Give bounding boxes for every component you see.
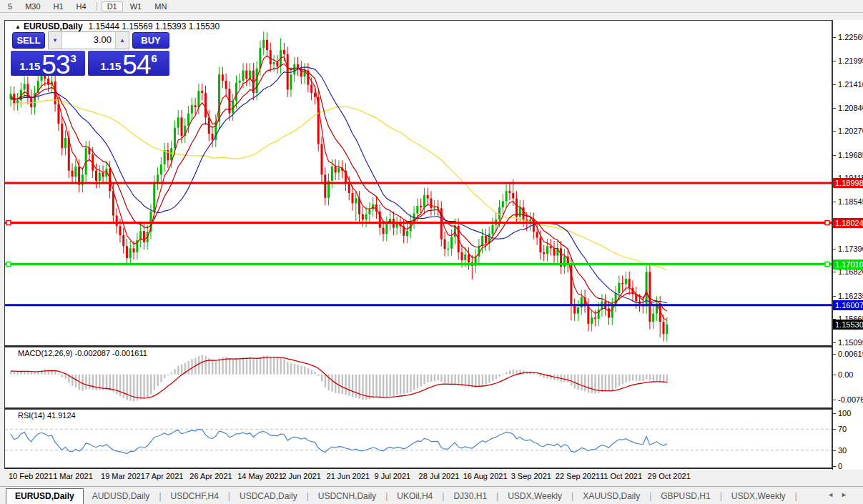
date-label: 21 Jun 2021 bbox=[327, 472, 370, 480]
axis-tick-label: 0.006193 bbox=[838, 350, 863, 358]
chart-ohlc-values: 1.15444 1.15569 1.15393 1.15530 bbox=[89, 21, 220, 31]
sell-price-sup: 3 bbox=[71, 52, 77, 64]
line-handle[interactable] bbox=[6, 262, 11, 267]
tab-scroll-arrows[interactable]: ◄► bbox=[827, 491, 854, 498]
date-label: 2 Jun 2021 bbox=[282, 472, 320, 480]
axis-tick-mark bbox=[833, 413, 836, 414]
date-label: 1 Mar 2021 bbox=[53, 472, 93, 480]
axis-tick-label: 1.19685 bbox=[838, 151, 863, 159]
chart-tab-usdchf-h4[interactable]: USDCHF,H4 bbox=[162, 489, 227, 504]
timeframe-button-m30[interactable]: M30 bbox=[19, 1, 46, 11]
price-badge: 1.15530 bbox=[833, 320, 863, 330]
date-label: 22 Sep 2021 bbox=[556, 472, 600, 480]
rsi-line bbox=[11, 429, 667, 453]
chart-symbol-label: EURUSD,Daily bbox=[24, 21, 83, 31]
axis-tick-mark bbox=[833, 400, 836, 400]
axis-tick-mark bbox=[833, 108, 836, 109]
axis-tick-mark bbox=[833, 155, 836, 156]
chart-tab-usdcad-daily[interactable]: USDCAD,Daily bbox=[231, 489, 306, 504]
timeframe-button-h1[interactable]: H1 bbox=[48, 1, 69, 11]
timeframe-toolbar: 5M30H1H4D1W1MN bbox=[0, 0, 863, 13]
axis-tick-mark bbox=[833, 272, 836, 272]
time-axis[interactable]: 10 Feb 20211 Mar 202119 Mar 20217 Apr 20… bbox=[4, 470, 832, 483]
axis-tick-mark bbox=[833, 429, 836, 430]
line-handle[interactable] bbox=[825, 221, 829, 225]
axis-tick-label: 1.22565 bbox=[838, 33, 863, 41]
sell-button[interactable]: SELL bbox=[12, 32, 45, 49]
axis-tick-label: 1.18545 bbox=[838, 197, 863, 206]
axis-tick-mark bbox=[833, 450, 836, 451]
date-label: 14 May 2021 bbox=[237, 472, 283, 480]
axis-tick-label: 1.21995 bbox=[838, 56, 863, 65]
axis-tick-label: 1.20840 bbox=[838, 104, 863, 112]
chart-tab-xauusd-daily[interactable]: XAUUSD,Daily bbox=[574, 489, 649, 504]
chart-tab-audusd-daily[interactable]: AUDUSD,Daily bbox=[84, 489, 159, 504]
price-axis[interactable]: 1.225651.219951.214101.208401.202701.196… bbox=[832, 20, 863, 470]
axis-tick-mark bbox=[833, 37, 836, 38]
timeframe-button-5[interactable]: 5 bbox=[2, 1, 18, 11]
toolbar-separator bbox=[97, 2, 97, 11]
axis-tick-mark bbox=[833, 375, 836, 375]
axis-tick-mark bbox=[833, 354, 836, 355]
axis-tick-label: 1.17390 bbox=[838, 244, 863, 253]
axis-tick-mark bbox=[833, 466, 836, 467]
axis-tick-label: 1.15095 bbox=[838, 338, 863, 347]
axis-tick-label: 70 bbox=[838, 425, 847, 433]
date-label: 26 Apr 2021 bbox=[189, 472, 232, 480]
line-handle[interactable] bbox=[825, 262, 829, 267]
timeframe-button-d1[interactable]: D1 bbox=[102, 1, 123, 11]
sell-price-prefix: 1.15 bbox=[19, 60, 40, 72]
macd-histogram bbox=[10, 355, 668, 402]
date-label: 28 Jul 2021 bbox=[419, 472, 460, 480]
rsi-chart bbox=[5, 410, 832, 468]
candles-group bbox=[10, 31, 669, 341]
chart-tab-eurusd-daily[interactable]: EURUSD,Daily bbox=[6, 488, 84, 504]
price-badge: 1.18998 bbox=[833, 178, 863, 188]
timeframe-button-mn[interactable]: MN bbox=[149, 1, 172, 11]
axis-tick-mark bbox=[833, 249, 836, 249]
timeframe-button-h4[interactable]: H4 bbox=[71, 1, 92, 11]
price-badge: 1.16007 bbox=[833, 300, 863, 310]
tab-separator: | bbox=[794, 491, 798, 504]
axis-tick-mark bbox=[833, 202, 836, 202]
chart-tab-usdx-weekly[interactable]: USDX,Weekly bbox=[723, 489, 794, 504]
line-handle[interactable] bbox=[6, 221, 11, 225]
sell-price-big: 53 bbox=[41, 54, 69, 76]
one-click-trading-panel: SELL ▼ 3.00 ▲ BUY 1.15 53 3 1.15 54 6 bbox=[11, 31, 171, 76]
axis-tick-label: 1.20270 bbox=[838, 127, 863, 135]
tab-scroll-left-icon[interactable]: ◄ bbox=[827, 491, 841, 498]
volume-spinner: ▼ 3.00 ▲ bbox=[48, 31, 129, 49]
main-chart-pane[interactable]: ▲EURUSD,Daily1.15444 1.15569 1.15393 1.1… bbox=[4, 20, 832, 347]
date-label: 16 Aug 2021 bbox=[463, 472, 508, 480]
buy-price-big: 54 bbox=[122, 54, 150, 76]
axis-tick-label: 30 bbox=[838, 446, 847, 455]
date-label: 10 Feb 2021 bbox=[9, 472, 53, 480]
axis-tick-mark bbox=[833, 61, 836, 61]
macd-indicator-pane[interactable]: MACD(12,26,9) -0.002087 -0.001611 bbox=[4, 347, 832, 409]
chart-tab-gbpusd-h1[interactable]: GBPUSD,H1 bbox=[652, 489, 719, 504]
axis-tick-label: 1.16235 bbox=[838, 292, 863, 300]
date-label: 29 Oct 2021 bbox=[648, 472, 691, 480]
tab-scroll-right-icon[interactable]: ► bbox=[841, 491, 854, 498]
axis-tick-label: 0 bbox=[838, 462, 842, 470]
date-label: 3 Sep 2021 bbox=[511, 472, 551, 480]
rsi-indicator-pane[interactable]: RSI(14) 41.9124 bbox=[4, 409, 832, 469]
chart-tab-ukoil-h4[interactable]: UKOil,H4 bbox=[388, 489, 441, 504]
chart-tab-usdx-weekly[interactable]: USDX,Weekly bbox=[499, 489, 571, 504]
volume-increment-button[interactable]: ▲ bbox=[116, 32, 129, 49]
price-badge: 1.17010 bbox=[833, 260, 863, 270]
timeframe-button-w1[interactable]: W1 bbox=[124, 1, 148, 11]
sell-price-box[interactable]: 1.15 53 3 bbox=[11, 51, 85, 76]
chart-tab-dj30-h1[interactable]: DJ30,H1 bbox=[445, 489, 495, 504]
price-badge: 1.18024 bbox=[833, 218, 863, 228]
date-label: 7 Apr 2021 bbox=[145, 472, 183, 480]
volume-input[interactable]: 3.00 bbox=[61, 32, 116, 49]
date-label: 11 Oct 2021 bbox=[600, 472, 642, 480]
chart-tab-usdcnh-daily[interactable]: USDCNH,Daily bbox=[310, 489, 385, 504]
buy-price-box[interactable]: 1.15 54 6 bbox=[88, 51, 169, 76]
collapse-triangle-icon[interactable]: ▲ bbox=[15, 24, 21, 30]
axis-tick-label: -0.00762 bbox=[838, 395, 863, 404]
buy-button[interactable]: BUY bbox=[132, 32, 169, 49]
volume-decrement-button[interactable]: ▼ bbox=[49, 32, 61, 49]
axis-tick-mark bbox=[833, 84, 836, 85]
